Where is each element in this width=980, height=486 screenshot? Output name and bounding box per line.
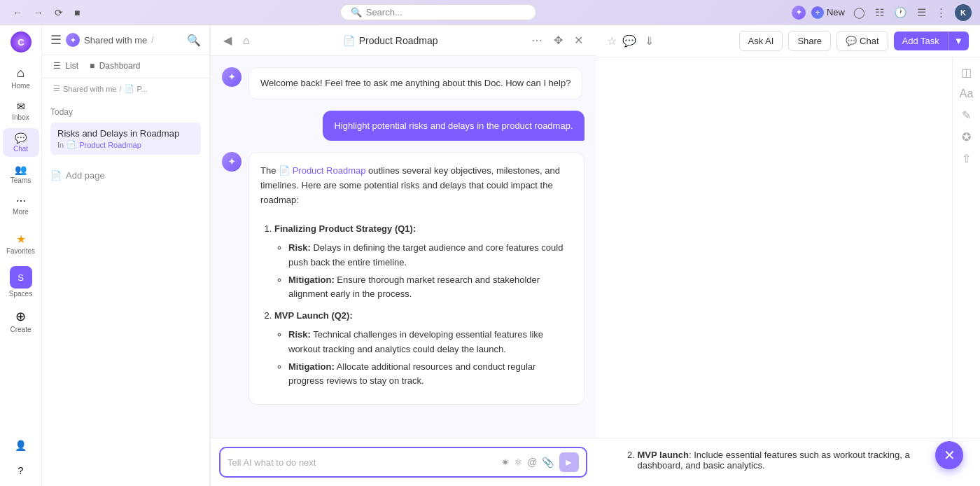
- forward-button[interactable]: →: [29, 6, 48, 20]
- ai-panel-title-text: Product Roadmap: [359, 35, 438, 46]
- sidebar-logo[interactable]: C: [10, 31, 32, 53]
- response-item-1-bullet-0: Risk: Technical challenges in developing…: [288, 328, 573, 357]
- ai-bubble-1: Highlight potential risks and delays in …: [323, 111, 584, 141]
- history-doc-link: Product Roadmap: [79, 141, 141, 149]
- response-item-1-bullet-1: Mitigation: Allocate additional resource…: [288, 360, 573, 389]
- sidebar-label-teams: Teams: [10, 176, 31, 184]
- sidebar-item-inbox[interactable]: ✉ Inbox: [3, 97, 39, 125]
- response-item-0-bullet-1: Mitigation: Ensure thorough market resea…: [288, 273, 573, 303]
- ai-panel-more-button[interactable]: ⋯: [528, 32, 545, 48]
- notifications-icon[interactable]: ◯: [850, 5, 868, 20]
- layout-icon[interactable]: ◫: [961, 66, 972, 79]
- mvp-launch-title: MVP launch: [638, 450, 689, 460]
- apps-icon[interactable]: ☷: [872, 5, 887, 20]
- ai-attach-icon[interactable]: 📎: [542, 457, 554, 468]
- right-panel-doc: [596, 57, 953, 438]
- ai-send-button[interactable]: ►: [559, 452, 579, 472]
- history-sub-in: In: [57, 141, 64, 149]
- grid-icon[interactable]: ⋮: [933, 5, 949, 20]
- sidebar-item-favorites[interactable]: ★ Favorites: [3, 228, 39, 259]
- ai-panel-header-actions: ⋯ ✥ ✕: [528, 32, 586, 48]
- spaces-icon: S: [10, 266, 32, 289]
- chat-icon: 💬: [15, 132, 27, 144]
- main-content: C ⌂ Home ✉ Inbox 💬 Chat 👥 Teams ⋯ More ★…: [0, 25, 980, 486]
- calendar-button[interactable]: ■: [70, 6, 84, 20]
- share-button[interactable]: Share: [788, 31, 831, 51]
- sidebar-item-help[interactable]: ?: [3, 461, 39, 480]
- font-size-icon[interactable]: Aa: [960, 88, 974, 100]
- comment-button[interactable]: 💬: [622, 34, 636, 48]
- sidebar-toggle-button[interactable]: ☰: [50, 32, 62, 48]
- ai-panel-close-button[interactable]: ✕: [571, 32, 586, 48]
- risk-label-0: Risk:: [288, 242, 311, 253]
- right-panel-toolbar: ☆ 💬 ⇓ Ask AI Share 💬 Chat Add Task ▼: [596, 25, 981, 57]
- sidebar-label-home: Home: [11, 82, 30, 90]
- back-button[interactable]: ←: [8, 6, 27, 20]
- search-box[interactable]: 🔍 Search...: [340, 4, 536, 20]
- add-page-icon: 📄: [50, 170, 62, 181]
- upload-icon[interactable]: ⇧: [962, 152, 971, 165]
- edit-icon[interactable]: ✎: [962, 109, 971, 122]
- star-button[interactable]: ☆: [607, 34, 617, 48]
- add-task-button[interactable]: Add Task: [894, 32, 948, 50]
- topbar: ← → ⟳ ■ 🔍 Search... ✦ + New ◯ ☷ 🕐 ☰ ⋮ K: [0, 0, 980, 25]
- ai-panel-expand-button[interactable]: ✥: [551, 32, 566, 48]
- teams-icon: 👥: [15, 164, 27, 175]
- response-item-1-bullets: Risk: Technical challenges in developing…: [274, 328, 573, 389]
- add-task-caret-button[interactable]: ▼: [948, 32, 969, 50]
- history-button[interactable]: ⟳: [50, 6, 67, 20]
- sidebar-item-teams[interactable]: 👥 Teams: [3, 160, 39, 188]
- ai-panel-back-icon[interactable]: ◀: [220, 32, 234, 48]
- ai-text-input[interactable]: [227, 457, 496, 468]
- topbar-actions: ✦ + New ◯ ☷ 🕐 ☰ ⋮ K: [792, 4, 972, 21]
- add-page-button[interactable]: 📄 Add page: [42, 165, 209, 186]
- breadcrumb-separator: /: [151, 35, 153, 45]
- response-doc-link[interactable]: Product Roadmap: [293, 164, 366, 179]
- dashboard-icon: ■: [90, 61, 94, 71]
- sidebar-item-home[interactable]: ⌂ Home: [3, 62, 39, 94]
- tab-dashboard[interactable]: ■ Dashboard: [87, 55, 143, 78]
- avatar[interactable]: K: [955, 4, 972, 21]
- right-panel: ☆ 💬 ⇓ Ask AI Share 💬 Chat Add Task ▼: [596, 25, 981, 486]
- second-panel: ☰ ✦ Shared with me / 🔍 ☰ List ■ Dashboar…: [42, 25, 210, 486]
- clock-icon[interactable]: 🕐: [891, 5, 910, 20]
- svg-text:C: C: [18, 37, 24, 48]
- sidebar-item-more[interactable]: ⋯ More: [3, 191, 39, 220]
- sparkle-icon[interactable]: ✪: [962, 130, 971, 144]
- panel-search-button[interactable]: 🔍: [187, 34, 201, 47]
- tab-list[interactable]: ☰ List: [50, 55, 81, 78]
- export-button[interactable]: ⇓: [642, 33, 657, 49]
- response-intro-the: The: [260, 165, 276, 176]
- ai-context-icon[interactable]: ⚛: [514, 457, 523, 468]
- ai-mention-icon[interactable]: @: [527, 457, 537, 468]
- doc-icon-small: 📄: [66, 140, 76, 149]
- ai-panel-home-icon[interactable]: ⌂: [240, 33, 253, 48]
- ai-tools-icon[interactable]: ✷: [501, 457, 510, 468]
- ai-message-0: ✦ Welcome back! Feel free to ask me anyt…: [222, 67, 584, 99]
- bell-icon[interactable]: ☰: [914, 5, 929, 20]
- ai-text-1: Highlight potential risks and delays in …: [334, 120, 573, 131]
- chat-button[interactable]: 💬 Chat: [836, 31, 888, 51]
- sidebar-item-create[interactable]: ⊕ Create: [3, 305, 39, 338]
- sidebar-bottom: 👤 ?: [3, 436, 39, 480]
- fab-close-button[interactable]: ✕: [935, 441, 963, 469]
- ai-response-bubble: The 📄 Product Roadmap outlines several k…: [248, 152, 584, 405]
- response-item-0-bullets: Risk: Delays in defining the target audi…: [274, 241, 573, 302]
- sidebar-label-chat: Chat: [13, 145, 28, 153]
- ai-input-icons: ✷ ⚛ @ 📎: [501, 457, 553, 468]
- history-item-0[interactable]: Risks and Delays in Roadmap In 📄 Product…: [50, 123, 201, 155]
- sidebar-item-add-user[interactable]: 👤: [3, 436, 39, 455]
- today-label: Today: [50, 107, 201, 117]
- topbar-navigation: ← → ⟳ ■: [8, 6, 84, 20]
- panel-history-section: Today Risks and Delays in Roadmap In 📄 P…: [42, 99, 209, 165]
- inbox-icon: ✉: [17, 101, 25, 112]
- ai-messages-area: ✦ Welcome back! Feel free to ask me anyt…: [211, 56, 596, 438]
- sidebar-label-more: More: [13, 208, 29, 216]
- ask-ai-button[interactable]: Ask AI: [739, 31, 783, 51]
- topbar-icon-group: ◯ ☷ 🕐 ☰ ⋮: [850, 5, 949, 20]
- sidebar-item-chat[interactable]: 💬 Chat: [3, 128, 39, 157]
- new-button[interactable]: + New: [811, 6, 845, 19]
- ai-bubble-0: Welcome back! Feel free to ask me anythi…: [248, 67, 582, 99]
- sidebar-item-spaces[interactable]: S Spaces: [3, 262, 39, 302]
- ai-message-1: Highlight potential risks and delays in …: [222, 111, 584, 141]
